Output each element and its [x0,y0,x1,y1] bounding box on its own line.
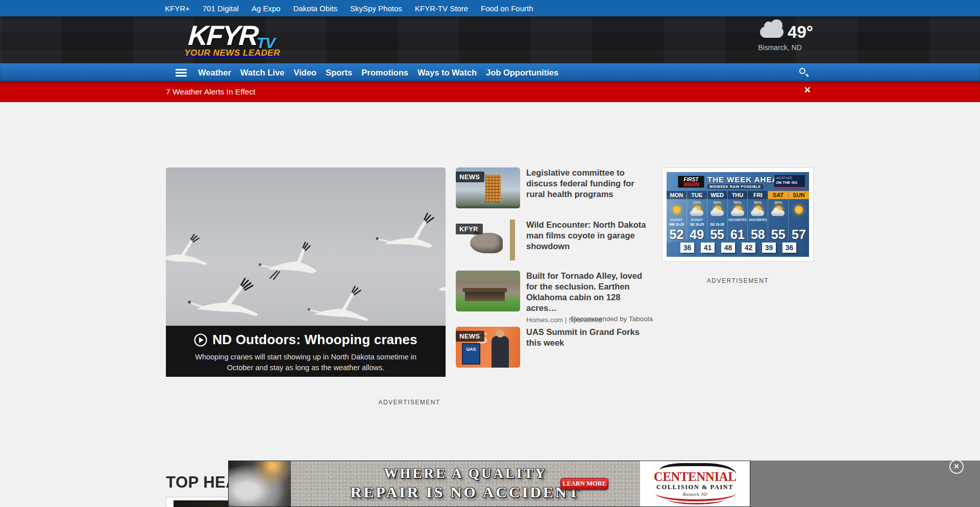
sun-cloud-icon [687,205,707,218]
story-badge: KFYR [456,224,483,234]
story-thumbnail-uas: S UAS NEWS [456,327,520,368]
sun-cloud-icon [768,205,788,218]
alert-text[interactable]: 7 Weather Alerts In Effect [166,87,255,96]
story-thumbnail-cabin [456,271,520,311]
car-silhouette-icon [659,463,736,474]
sun-cloud-icon [748,205,768,218]
hero-video-story[interactable]: ND Outdoors: Whooping cranes Whooping cr… [166,167,446,377]
utility-link-food-on-fourth[interactable]: Food on Fourth [481,4,533,13]
sun-cloud-icon [789,205,809,218]
utility-links: KFYR+ 701 Digital Ag Expo Dakota Obits S… [165,0,533,16]
utility-link-701-digital[interactable]: 701 Digital [203,4,239,13]
kfyr-homepage: KFYR+ 701 Digital Ag Expo Dakota Obits S… [0,0,980,507]
story-uas-summit[interactable]: S UAS NEWS UAS Summit in Grand Forks thi… [456,327,653,368]
nav-video[interactable]: Video [293,68,316,78]
learn-more-button[interactable]: LEARN MORE [560,478,608,490]
story-thumbnail-coyote: KFYR [456,220,520,260]
logo-tv-text: TV [256,34,275,52]
centennial-ad-banner[interactable]: WHERE A QUALITY REPAIR IS NO ACCIDENT LE… [228,461,750,507]
menu-icon[interactable] [176,69,187,77]
uas-screen-text: UAS [462,343,480,365]
centennial-logo-panel: CENTENNIAL COLLISION & PAINT Bismarck, N… [640,461,750,506]
weather-location: Bismarck, ND [747,43,813,52]
search-icon[interactable] [798,67,810,79]
advertisement-label-right: ADVERTISEMENT [662,277,814,284]
forecast-day-mon: MON SUNNY NW 10-20 52 [667,191,687,241]
sun-cloud-icon [667,205,687,218]
hero-subtitle: Whooping cranes will start showing up in… [183,352,428,373]
sponsored-headline[interactable]: Built for Tornado Alley, loved for the s… [526,271,653,313]
sponsor-separator: | [565,316,567,324]
sun-cloud-icon [707,205,727,218]
utility-link-skyspy-photos[interactable]: SkySpy Photos [350,4,402,13]
story-badge: NEWS [456,172,484,182]
header-weather-widget[interactable]: 49° Bismarck, ND [747,22,813,52]
advertiser-city: Bismarck, ND [640,492,750,497]
utility-bar: KFYR+ 701 Digital Ag Expo Dakota Obits S… [0,0,980,16]
nav-job-opportunities[interactable]: Job Opportunities [486,68,558,78]
weather-on-the-go-logo: WEATHER ON THE GO [774,175,805,188]
sticky-ad-container: WHERE A QUALITY REPAIR IS NO ACCIDENT LE… [228,461,980,507]
advertiser-tagline: COLLISION & PAINT [640,484,750,491]
red-swoosh-decoration [668,499,724,504]
hero-caption-panel: ND Outdoors: Whooping cranes Whooping cr… [166,326,446,377]
ad-close-icon[interactable]: ✕ [949,460,964,474]
hero-title[interactable]: ND Outdoors: Whooping cranes [212,332,417,348]
logo-kfyr-text: KFYR [187,19,258,51]
utility-link-kfyr-plus[interactable]: KFYR+ [165,4,190,13]
nav-promotions[interactable]: Promotions [361,68,408,78]
utility-link-ag-expo[interactable]: Ag Expo [252,4,281,13]
forecast-day-sat: SAT 30% 55 [768,191,789,241]
forecast-columns: MON SUNNY NW 10-20 52 TUE 20% SUNNY SE 1… [667,191,809,241]
taboola-attribution[interactable]: Recommended by Taboola [571,315,653,323]
story-thumbnail-capitol: NEWS [456,167,520,208]
sun-cloud-icon [728,205,748,218]
story-wild-encounter[interactable]: KFYR Wild Encounter: North Dakota man fi… [456,220,653,260]
utility-link-dakota-obits[interactable]: Dakota Obits [293,4,337,13]
story-headline[interactable]: UAS Summit in Grand Forks this week [526,327,653,348]
story-badge: NEWS [456,331,484,342]
nav-sports[interactable]: Sports [326,68,352,78]
story-headline[interactable]: Wild Encounter: North Dakota man films c… [526,220,653,252]
station-logo[interactable]: KFYRTV YOUR NEWS LEADER [166,19,299,58]
weather-alert-bar[interactable]: 7 Weather Alerts In Effect ✕ [0,82,980,102]
forecast-day-fri: FRI 50% SHOWERS 58 [748,191,768,241]
first-warn-logo: FIRST WARN [678,176,704,188]
sponsor-source[interactable]: Homes.com [526,316,563,324]
forecast-day-thu: THU 50% SHOWERS 61 [728,191,748,241]
week-ahead-weather-card[interactable]: FIRST WARN THE WEEK AHEAD MIDWEEK RAIN P… [662,167,814,261]
nav-ways-to-watch[interactable]: Ways to Watch [418,68,477,78]
forecast-day-sun: SUN 57 [789,191,809,241]
site-header: KFYRTV YOUR NEWS LEADER 49° Bismarck, ND [0,16,980,63]
week-ahead-title: THE WEEK AHEAD [707,175,784,184]
play-icon [194,333,207,347]
car-crash-photo [229,461,291,506]
current-temperature: 49° [788,22,813,42]
story-headline[interactable]: Legislative committee to discuss federal… [526,167,653,200]
nav-weather[interactable]: Weather [198,68,231,78]
week-ahead-subtitle: MIDWEEK RAIN POSSIBLE [707,184,763,189]
forecast-day-wed: WED 30% SE 10-20 55 [707,191,728,241]
cloud-icon [760,27,783,38]
main-navigation: Weather Watch Live Video Sports Promotio… [0,63,980,82]
nav-watch-live[interactable]: Watch Live [240,68,285,78]
story-legislative-committee[interactable]: NEWS Legislative committee to discuss fe… [456,167,653,208]
week-ahead-graphic: FIRST WARN THE WEEK AHEAD MIDWEEK RAIN P… [667,172,809,257]
alert-close-icon[interactable]: ✕ [804,86,811,94]
advertisement-label-left: ADVERTISEMENT [166,399,653,406]
utility-link-store[interactable]: KFYR-TV Store [415,4,468,13]
overnight-lows-row: 36 41 48 42 39 36 [667,243,809,254]
forecast-day-tue: TUE 20% SUNNY SE 10-25 49 [687,191,707,241]
